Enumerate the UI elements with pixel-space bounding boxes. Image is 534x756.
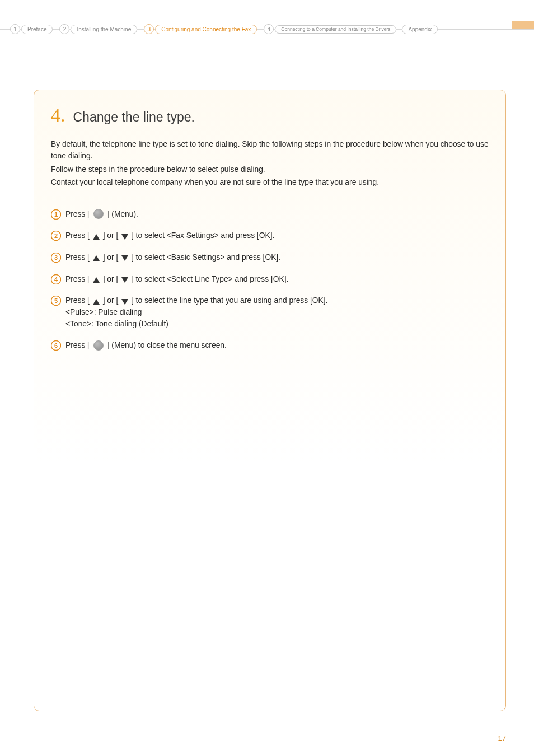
section-heading: Change the line type. — [73, 110, 195, 125]
section-number: 4. — [51, 105, 65, 126]
step-badge-5-icon: 5 — [51, 296, 61, 306]
step-1-text-b: ] (Menu). — [107, 210, 138, 218]
svg-text:5: 5 — [54, 297, 58, 304]
svg-marker-16 — [93, 299, 100, 305]
down-arrow-icon — [121, 299, 128, 305]
step-6-text-a: Press [ — [65, 341, 90, 349]
step-4-text-c: ] to select <Select Line Type> and press… — [132, 275, 288, 283]
breadcrumb-num-4: 4 — [264, 24, 274, 34]
step-6-body: Press [ ] (Menu) to close the menu scree… — [65, 340, 489, 352]
breadcrumb-pill-install-machine: Installing the Machine — [71, 25, 137, 34]
svg-marker-12 — [93, 277, 100, 283]
svg-marker-9 — [121, 255, 128, 261]
menu-button-icon — [93, 209, 104, 219]
svg-text:6: 6 — [54, 342, 58, 349]
step-4-body: Press [ ] or [ ] to select <Select Line … — [65, 274, 489, 286]
step-5-sub-tone: <Tone>: Tone dialing (Default) — [65, 319, 489, 330]
header-accent-bar — [512, 21, 534, 29]
step-badge-3-icon: 3 — [51, 253, 61, 263]
breadcrumb-pill-appendix: Appendix — [402, 25, 438, 34]
breadcrumb-num-2: 2 — [59, 24, 69, 34]
step-5: 5 Press [ ] or [ ] to select the line ty… — [51, 295, 489, 330]
breadcrumb-pill-preface: Preface — [21, 25, 53, 34]
svg-text:3: 3 — [54, 254, 58, 261]
intro-p2: Follow the steps in the procedure below … — [51, 164, 489, 175]
breadcrumb-num-1: 1 — [10, 24, 20, 34]
step-5-text-a: Press [ — [65, 296, 90, 305]
step-2: 2 Press [ ] or [ ] to select <Fax Settin… — [51, 230, 489, 242]
step-1-text-a: Press [ — [65, 210, 90, 218]
step-2-body: Press [ ] or [ ] to select <Fax Settings… — [65, 230, 489, 242]
step-5-text-c: ] to select the line type that you are u… — [132, 296, 328, 305]
up-arrow-icon — [93, 299, 100, 305]
svg-text:2: 2 — [54, 232, 58, 239]
breadcrumb-pill-connecting-computer: Connecting to a Computer and Installing … — [275, 25, 396, 34]
down-arrow-icon — [121, 255, 128, 261]
up-arrow-icon — [93, 277, 100, 283]
step-4-text-b: ] or [ — [103, 275, 119, 283]
step-5-body: Press [ ] or [ ] to select the line type… — [65, 295, 489, 330]
breadcrumb-items: 1 Preface 2 Installing the Machine 3 Con… — [0, 24, 443, 34]
up-arrow-icon — [93, 255, 100, 261]
svg-text:4: 4 — [54, 276, 58, 283]
steps-list: 1 Press [ ] (Menu). 2 Press [ ] or [ ] t… — [34, 193, 505, 368]
breadcrumb-num-3: 3 — [144, 24, 154, 34]
step-3-body: Press [ ] or [ ] to select <Basic Settin… — [65, 252, 489, 264]
step-5-text-b: ] or [ — [103, 296, 119, 305]
step-3: 3 Press [ ] or [ ] to select <Basic Sett… — [51, 252, 489, 264]
section-title-row: 4. Change the line type. — [34, 90, 505, 130]
svg-marker-4 — [93, 234, 100, 240]
svg-marker-5 — [121, 234, 128, 240]
down-arrow-icon — [121, 277, 128, 283]
step-4-text-a: Press [ — [65, 275, 90, 283]
page-number: 17 — [498, 734, 506, 743]
breadcrumb-pill-configuring-fax: Configuring and Connecting the Fax — [155, 25, 257, 34]
step-2-text-a: Press [ — [65, 231, 90, 240]
content-card: 4. Change the line type. By default, the… — [34, 90, 506, 711]
step-3-text-b: ] or [ — [103, 253, 119, 262]
menu-button-icon — [93, 340, 104, 351]
step-badge-6-icon: 6 — [51, 340, 61, 351]
breadcrumb: 1 Preface 2 Installing the Machine 3 Con… — [0, 21, 534, 37]
svg-marker-13 — [121, 277, 128, 283]
step-1: 1 Press [ ] (Menu). — [51, 209, 489, 221]
step-badge-2-icon: 2 — [51, 231, 61, 241]
step-badge-1-icon: 1 — [51, 209, 61, 220]
step-2-text-b: ] or [ — [103, 231, 119, 240]
step-2-text-c: ] to select <Fax Settings> and press [OK… — [132, 231, 274, 240]
svg-marker-8 — [93, 255, 100, 261]
step-6: 6 Press [ ] (Menu) to close the menu scr… — [51, 340, 489, 352]
step-6-text-b: ] (Menu) to close the menu screen. — [107, 341, 227, 349]
step-5-sub-pulse: <Pulse>: Pulse dialing — [65, 307, 489, 319]
intro-p1: By default, the telephone line type is s… — [51, 138, 489, 162]
intro-p3: Contact your local telephone company whe… — [51, 176, 489, 188]
step-4: 4 Press [ ] or [ ] to select <Select Lin… — [51, 274, 489, 286]
svg-text:1: 1 — [54, 211, 58, 218]
step-badge-4-icon: 4 — [51, 274, 61, 284]
step-3-text-c: ] to select <Basic Settings> and press [… — [132, 253, 280, 262]
breadcrumb-label-4: Connecting to a Computer and Installing … — [281, 26, 390, 32]
step-1-body: Press [ ] (Menu). — [65, 209, 489, 221]
step-3-text-a: Press [ — [65, 253, 90, 262]
intro-text: By default, the telephone line type is s… — [34, 130, 505, 193]
down-arrow-icon — [121, 234, 128, 240]
svg-marker-17 — [121, 299, 128, 305]
up-arrow-icon — [93, 234, 100, 240]
